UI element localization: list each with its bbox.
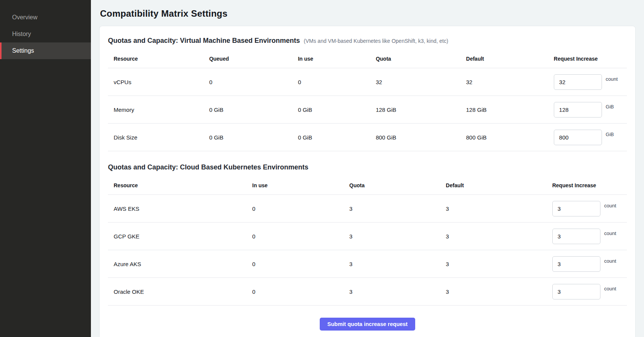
cloud-header-quota: Quota [349, 182, 446, 188]
vm-row-quota: 800 GiB [376, 134, 466, 141]
vcpus-request-input[interactable] [554, 74, 602, 90]
sidebar-item-history[interactable]: History [0, 26, 91, 42]
table-row: AWS EKS 0 3 3 count [108, 195, 627, 223]
cloud-section-title: Quotas and Capacity: Cloud Based Kuberne… [108, 163, 308, 171]
cloud-table-header: Resource In use Quota Default Request In… [108, 176, 627, 195]
cloud-row-quota: 3 [349, 261, 446, 267]
page-title: Compatibility Matrix Settings [100, 8, 636, 19]
cloud-header-request-increase: Request Increase [552, 182, 627, 188]
vm-row-in-use: 0 GiB [298, 134, 376, 141]
memory-request-input[interactable] [554, 102, 602, 118]
vm-header-queued: Queued [209, 56, 298, 62]
vm-row-quota: 32 [376, 79, 466, 85]
vm-section-title: Quotas and Capacity: Virtual Machine Bas… [108, 37, 300, 45]
table-row: Memory 0 GiB 0 GiB 128 GiB 128 GiB GiB [108, 96, 627, 124]
azure-aks-unit-label: count [604, 258, 616, 264]
vm-row-default: 128 GiB [466, 107, 554, 113]
cloud-section-head: Quotas and Capacity: Cloud Based Kuberne… [108, 163, 627, 171]
cloud-row-quota: 3 [349, 233, 446, 240]
sidebar-nav: Overview History Settings [0, 9, 91, 59]
cloud-header-resource: Resource [108, 182, 252, 188]
table-row: Oracle OKE 0 3 3 count [108, 278, 627, 306]
cloud-quota-table: Resource In use Quota Default Request In… [108, 176, 627, 306]
submit-row: Submit quota increase request [108, 318, 627, 331]
vm-table-header: Resource Queued In use Quota Default Req… [108, 49, 627, 68]
cloud-row-resource: Azure AKS [108, 261, 252, 267]
cloud-row-quota: 3 [349, 205, 446, 212]
cloud-row-resource: Oracle OKE [108, 288, 252, 295]
cloud-header-default: Default [446, 182, 552, 188]
quotas-card: Quotas and Capacity: Virtual Machine Bas… [99, 26, 636, 337]
sidebar-item-overview[interactable]: Overview [0, 9, 91, 26]
submit-quota-increase-button[interactable]: Submit quota increase request [320, 318, 415, 331]
cloud-row-resource: GCP GKE [108, 233, 252, 240]
cloud-row-in-use: 0 [252, 261, 349, 267]
cloud-row-resource: AWS EKS [108, 205, 252, 212]
table-row: GCP GKE 0 3 3 count [108, 223, 627, 250]
vcpus-unit-label: count [606, 76, 618, 82]
aws-eks-unit-label: count [604, 203, 616, 208]
vm-row-quota: 128 GiB [376, 107, 466, 113]
oracle-oke-unit-label: count [604, 286, 616, 292]
sidebar-item-settings[interactable]: Settings [0, 42, 91, 59]
cloud-row-default: 3 [446, 261, 552, 267]
cloud-row-default: 3 [446, 205, 552, 212]
azure-aks-request-input[interactable] [552, 256, 600, 272]
cloud-header-in-use: In use [252, 182, 349, 188]
vm-row-default: 32 [466, 79, 554, 85]
cloud-row-request-increase: count [552, 201, 627, 216]
main-content: Compatibility Matrix Settings Quotas and… [91, 0, 644, 337]
vm-row-queued: 0 GiB [209, 107, 298, 113]
cloud-row-default: 3 [446, 288, 552, 295]
vm-section: Quotas and Capacity: Virtual Machine Bas… [108, 37, 627, 151]
cloud-row-in-use: 0 [252, 233, 349, 240]
table-row: vCPUs 0 0 32 32 count [108, 68, 627, 96]
cloud-row-default: 3 [446, 233, 552, 240]
sidebar: Overview History Settings [0, 0, 91, 337]
vm-row-in-use: 0 [298, 79, 376, 85]
oracle-oke-request-input[interactable] [552, 284, 600, 299]
cloud-row-request-increase: count [552, 284, 627, 299]
vm-header-in-use: In use [298, 56, 376, 62]
cloud-row-request-increase: count [552, 256, 627, 272]
gcp-gke-unit-label: count [604, 230, 616, 236]
vm-row-queued: 0 [209, 79, 298, 85]
memory-unit-label: GiB [606, 104, 614, 110]
vm-header-default: Default [466, 56, 554, 62]
vm-header-quota: Quota [376, 56, 466, 62]
disk-size-request-input[interactable] [554, 130, 602, 145]
gcp-gke-request-input[interactable] [552, 229, 600, 244]
vm-quota-table: Resource Queued In use Quota Default Req… [108, 49, 627, 151]
vm-section-subtitle: (VMs and VM-based Kubernetes like OpenSh… [304, 38, 448, 44]
vm-row-in-use: 0 GiB [298, 107, 376, 113]
table-row: Disk Size 0 GiB 0 GiB 800 GiB 800 GiB Gi… [108, 124, 627, 151]
vm-row-request-increase: count [554, 74, 627, 90]
vm-row-resource: Disk Size [108, 134, 209, 141]
cloud-row-quota: 3 [349, 288, 446, 295]
vm-section-head: Quotas and Capacity: Virtual Machine Bas… [108, 37, 627, 45]
vm-row-resource: Memory [108, 107, 209, 113]
vm-row-request-increase: GiB [554, 102, 627, 118]
vm-row-resource: vCPUs [108, 79, 209, 85]
vm-header-resource: Resource [108, 56, 209, 62]
cloud-row-in-use: 0 [252, 205, 349, 212]
vm-row-request-increase: GiB [554, 130, 627, 145]
disk-size-unit-label: GiB [606, 132, 614, 137]
cloud-row-in-use: 0 [252, 288, 349, 295]
vm-row-queued: 0 GiB [209, 134, 298, 141]
table-row: Azure AKS 0 3 3 count [108, 250, 627, 278]
aws-eks-request-input[interactable] [552, 201, 600, 216]
vm-header-request-increase: Request Increase [554, 56, 627, 62]
cloud-section: Quotas and Capacity: Cloud Based Kuberne… [108, 163, 627, 306]
vm-row-default: 800 GiB [466, 134, 554, 141]
cloud-row-request-increase: count [552, 229, 627, 244]
